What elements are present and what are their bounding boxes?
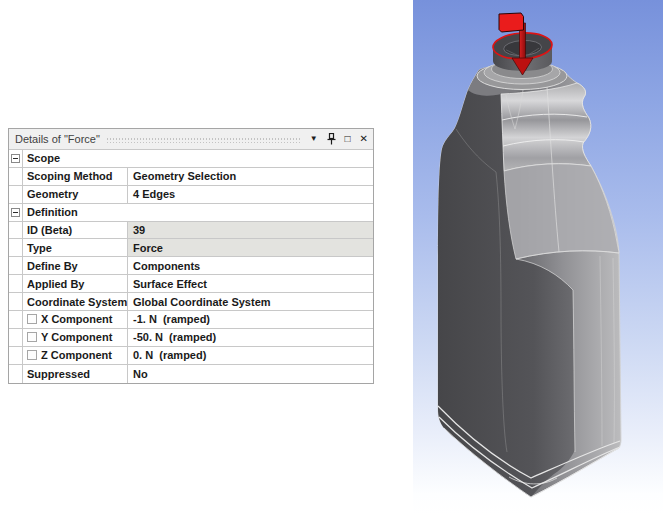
property-name: Define By	[23, 257, 128, 274]
property-name-text: X Component	[41, 313, 113, 325]
details-panel: Details of "Force" ▼ □ ✕ Scope	[8, 128, 374, 384]
section-label: Definition	[23, 204, 373, 221]
bottle-label-panel	[504, 164, 619, 259]
window-menu-dropdown-icon[interactable]: ▼	[310, 135, 318, 143]
details-property-grid: Scope Scoping Method Geometry Selection …	[9, 150, 373, 383]
details-row-scope: Scope	[9, 150, 373, 168]
details-row-applied-by: Applied By Surface Effect	[9, 275, 373, 293]
component-checkbox[interactable]	[27, 314, 37, 324]
details-row-suppressed: Suppressed No	[9, 365, 373, 383]
property-name: Applied By	[23, 275, 128, 292]
property-name: Geometry	[23, 186, 128, 203]
property-value[interactable]: Global Coordinate System	[128, 293, 373, 310]
force-arrow-flag	[499, 13, 524, 32]
section-label: Scope	[23, 150, 373, 167]
row-gutter	[9, 311, 23, 328]
collapse-minus-icon	[11, 154, 20, 163]
details-row-coordinate-system: Coordinate System Global Coordinate Syst…	[9, 293, 373, 311]
details-row-id-beta: ID (Beta) 39	[9, 222, 373, 240]
graphics-viewport[interactable]	[413, 0, 663, 515]
property-value[interactable]: -50. N (ramped)	[128, 329, 373, 346]
property-value[interactable]: -1. N (ramped)	[128, 311, 373, 328]
property-value[interactable]: Geometry Selection	[128, 168, 373, 185]
row-gutter	[9, 222, 23, 239]
property-value-readonly: 39	[128, 222, 373, 239]
collapse-toggle[interactable]	[9, 150, 23, 167]
details-row-scoping-method: Scoping Method Geometry Selection	[9, 168, 373, 186]
row-gutter	[9, 186, 23, 203]
details-row-type: Type Force	[9, 239, 373, 257]
row-gutter	[9, 168, 23, 185]
property-name: Type	[23, 239, 128, 256]
details-row-geometry: Geometry 4 Edges	[9, 186, 373, 204]
close-icon[interactable]: ✕	[360, 134, 368, 144]
property-name-text: Y Component	[41, 331, 112, 343]
row-gutter	[9, 275, 23, 292]
pin-icon-glyph	[327, 133, 336, 145]
details-row-y-component: Y Component -50. N (ramped)	[9, 329, 373, 347]
property-value-readonly: Force	[128, 239, 373, 256]
property-name: Z Component	[23, 347, 128, 364]
details-row-z-component: Z Component 0. N (ramped)	[9, 347, 373, 365]
details-row-define-by: Define By Components	[9, 257, 373, 275]
details-panel-title: Details of "Force"	[15, 133, 100, 145]
details-row-x-component: X Component -1. N (ramped)	[9, 311, 373, 329]
property-name: Scoping Method	[23, 168, 128, 185]
property-name-text: Z Component	[41, 349, 112, 361]
property-name: X Component	[23, 311, 128, 328]
details-panel-header[interactable]: Details of "Force" ▼ □ ✕	[9, 129, 373, 150]
row-gutter	[9, 365, 23, 383]
collapse-minus-icon	[11, 208, 20, 217]
property-value[interactable]: 4 Edges	[128, 186, 373, 203]
property-name: Coordinate System	[23, 293, 128, 310]
row-gutter	[9, 293, 23, 310]
row-gutter	[9, 239, 23, 256]
collapse-toggle[interactable]	[9, 204, 23, 221]
property-value[interactable]: Components	[128, 257, 373, 274]
app-canvas: Details of "Force" ▼ □ ✕ Scope	[0, 0, 665, 515]
property-value[interactable]: No	[128, 365, 373, 383]
row-gutter	[9, 257, 23, 274]
property-name: Suppressed	[23, 365, 128, 383]
row-gutter	[9, 347, 23, 364]
row-gutter	[9, 329, 23, 346]
details-row-definition: Definition	[9, 204, 373, 222]
component-checkbox[interactable]	[27, 332, 37, 342]
component-checkbox[interactable]	[27, 350, 37, 360]
float-window-icon[interactable]: □	[345, 134, 351, 144]
header-dotted-leader	[106, 136, 302, 143]
property-name: Y Component	[23, 329, 128, 346]
bottle-geometry[interactable]	[438, 31, 621, 497]
property-name: ID (Beta)	[23, 222, 128, 239]
bottle-model-scene	[413, 0, 663, 515]
property-value[interactable]: Surface Effect	[128, 275, 373, 292]
pin-icon[interactable]	[327, 133, 336, 145]
property-value[interactable]: 0. N (ramped)	[128, 347, 373, 364]
